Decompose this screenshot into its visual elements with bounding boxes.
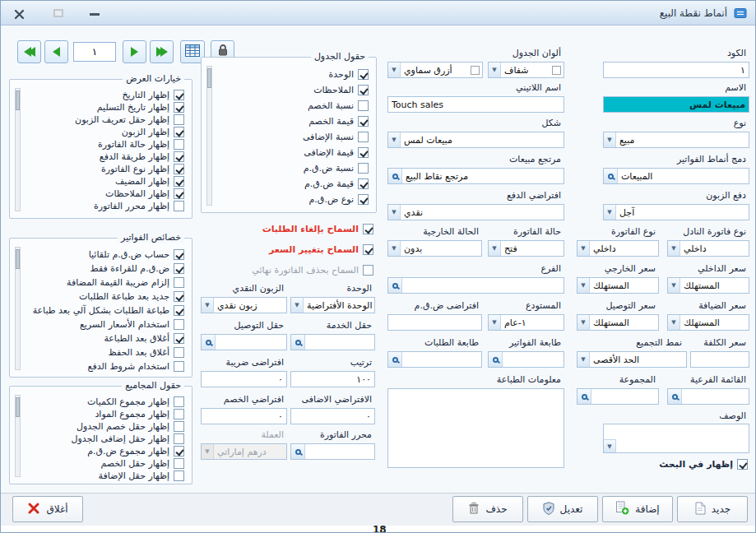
unit-select[interactable]: الوحدة الأفتراضية <box>290 297 375 313</box>
allow-delete-invoice-checkbox-row[interactable]: السماح بحذف الفاتورة نهائي <box>252 265 373 276</box>
search-icon[interactable] <box>388 169 402 183</box>
checkbox[interactable] <box>358 147 369 158</box>
allow-cancel-orders-checkbox-row[interactable]: السماح بإلغاء الطلبات <box>262 224 373 234</box>
sales-return-field[interactable]: مرتجع نقاط البيع <box>387 168 564 184</box>
search-icon[interactable] <box>604 169 618 183</box>
checkbox-row[interactable]: إظهار حقل تعريف الزبون <box>33 114 184 126</box>
add-button[interactable]: إضافة <box>602 496 673 522</box>
checkbox-row[interactable]: حساب ض.ق.م تلقائيا <box>33 248 184 262</box>
checkbox[interactable] <box>358 116 369 127</box>
chevron-down-icon[interactable] <box>604 205 616 220</box>
checkbox[interactable] <box>174 90 184 100</box>
checkbox[interactable] <box>358 178 369 189</box>
default-tax-input[interactable] <box>201 371 287 387</box>
chevron-down-icon[interactable] <box>577 241 590 256</box>
checkbox-row[interactable]: نسبة ض.ق.م <box>225 160 369 176</box>
chevron-down-icon[interactable] <box>577 352 590 367</box>
waiter-invoice-type-select[interactable]: داخلي <box>667 240 749 257</box>
checkbox-row[interactable]: إظهار مجموع المواد <box>33 408 184 420</box>
checkbox[interactable] <box>174 446 184 457</box>
scrollbar[interactable] <box>206 66 212 206</box>
search-icon[interactable] <box>668 389 682 404</box>
checkbox[interactable] <box>174 139 184 150</box>
checkbox-row[interactable]: إظهار طريقة الدفع <box>33 151 184 163</box>
search-icon[interactable] <box>291 444 305 459</box>
delivery-field[interactable] <box>201 334 287 350</box>
checkbox-row[interactable]: إظهار التاريخ <box>33 89 184 101</box>
default-vat-input[interactable] <box>387 314 482 331</box>
chevron-down-icon[interactable] <box>489 315 501 330</box>
checkbox-row[interactable]: إظهار المضيف <box>33 175 184 188</box>
nav-last-button[interactable] <box>150 40 174 63</box>
chevron-down-icon[interactable] <box>668 315 680 330</box>
checkbox[interactable] <box>174 305 184 316</box>
name-input[interactable] <box>603 96 749 113</box>
chevron-down-icon[interactable] <box>604 439 616 452</box>
default-addition-input[interactable] <box>290 408 375 424</box>
scrollbar[interactable] <box>15 88 21 211</box>
checkbox[interactable] <box>358 100 369 111</box>
chevron-down-icon[interactable] <box>388 63 401 77</box>
price-external-select[interactable]: المستهلك <box>577 277 659 294</box>
scrollbar-thumb[interactable] <box>207 68 211 88</box>
scrollbar[interactable] <box>15 395 21 477</box>
checkbox[interactable] <box>358 163 369 174</box>
checkbox[interactable] <box>358 69 369 80</box>
default-pay-select[interactable]: نقدي <box>387 204 564 220</box>
invoice-type-select[interactable]: داخلي <box>577 240 659 257</box>
price-internal-select[interactable]: المستهلك <box>667 277 749 294</box>
table-color-1-select[interactable]: شفاف <box>488 62 564 78</box>
scrollbar-thumb[interactable] <box>16 249 20 269</box>
chevron-down-icon[interactable] <box>489 241 501 256</box>
checkbox[interactable] <box>174 201 184 211</box>
nav-next-button[interactable] <box>123 40 146 63</box>
checkbox-row[interactable]: ض.ق.م للقراءة فقط <box>33 262 184 276</box>
maximize-button[interactable] <box>53 9 63 17</box>
checkbox-row[interactable]: إظهار تاريخ التسليم <box>33 101 184 114</box>
chevron-down-icon[interactable] <box>489 63 501 77</box>
checkbox-row[interactable]: قيمة الإضافى <box>225 145 369 160</box>
chevron-down-icon[interactable] <box>291 298 304 313</box>
search-icon[interactable] <box>388 352 402 367</box>
chevron-down-icon[interactable] <box>668 278 680 293</box>
invoice-state-select[interactable]: فتح <box>488 240 564 257</box>
checkbox-row[interactable]: أغلاق بعد الطباعة <box>33 331 184 345</box>
checkbox-row[interactable]: الملاحظات <box>225 82 369 98</box>
checkbox[interactable] <box>174 470 184 481</box>
checkbox[interactable] <box>363 224 373 234</box>
invoice-printer-field[interactable] <box>488 351 564 368</box>
checkbox[interactable] <box>358 132 369 142</box>
chevron-down-icon[interactable] <box>388 241 401 256</box>
delete-button[interactable]: حذف <box>452 496 523 522</box>
checkbox[interactable] <box>363 265 373 276</box>
checkbox-row[interactable]: نسبة الإضافى <box>225 129 369 145</box>
checkbox[interactable] <box>174 421 184 432</box>
search-icon[interactable] <box>202 335 216 350</box>
checkbox-row[interactable]: إظهار حقل خصم الجدول <box>33 420 184 433</box>
checkbox[interactable] <box>174 114 184 125</box>
checkbox[interactable] <box>174 176 184 187</box>
price-cost-input[interactable] <box>690 351 749 368</box>
grouping-select[interactable]: الحد الأقصى <box>577 351 687 368</box>
scrollbar[interactable] <box>15 247 21 370</box>
search-icon[interactable] <box>489 352 503 367</box>
checkbox-row[interactable]: إظهار محرر الفاتورة <box>33 200 184 212</box>
checkbox[interactable] <box>737 459 748 470</box>
checkbox[interactable] <box>174 409 184 419</box>
chevron-down-icon[interactable] <box>388 132 401 147</box>
checkbox-row[interactable]: إظهار حقل إضافى الجدول <box>33 433 184 445</box>
checkbox[interactable] <box>358 85 369 95</box>
service-field[interactable] <box>290 334 375 350</box>
customer-pay-select[interactable]: آجل <box>603 204 749 220</box>
checkbox-row[interactable]: نسبة الخصم <box>225 98 369 114</box>
merge-patterns-field[interactable]: المبيعات <box>603 168 749 184</box>
cash-customer-select[interactable]: زبون نقدي <box>201 297 287 313</box>
invoice-editor-field[interactable] <box>290 443 375 460</box>
branch-field[interactable] <box>387 277 564 294</box>
allow-price-change-checkbox-row[interactable]: السماح بتغيير السعر <box>269 244 373 255</box>
checkbox[interactable] <box>174 102 184 113</box>
search-icon[interactable] <box>291 335 305 350</box>
checkbox[interactable] <box>174 361 184 372</box>
price-delivery-select[interactable]: المستهلك <box>577 314 659 331</box>
external-state-select[interactable]: بدون <box>387 240 482 257</box>
